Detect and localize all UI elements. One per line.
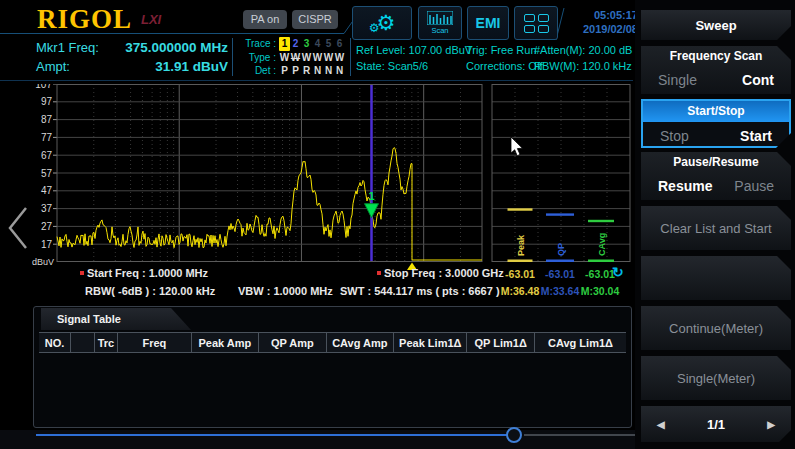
emi-analyzer-screen: RIGOL LXI PA on CISPR ⚙ ⚙ Scan EMI 05:05…	[0, 0, 795, 449]
qp-meter-baseline	[546, 260, 574, 263]
trace-2-indicator[interactable]: 2	[290, 37, 301, 51]
softkey-start-stop[interactable]: Start/Stop Stop Start	[641, 99, 791, 148]
softkey-sidebar: Sweep Frequency Scan Single Cont Start/S…	[635, 0, 795, 449]
page-next-icon[interactable]: ▶	[767, 419, 775, 430]
meter-border	[492, 85, 630, 262]
plot-border	[57, 85, 482, 262]
marker-1-triangle	[365, 204, 379, 218]
signal-table-header: NO. Trc Freq Peak Amp QP Amp CAvg Amp Pe…	[39, 332, 626, 353]
ref-level-status: Ref Level: 107.00 dBuV State: Scan5/6	[356, 42, 472, 74]
info-divider	[350, 38, 351, 76]
trace-4-det: N	[312, 64, 323, 78]
option-resume[interactable]: Resume	[658, 178, 712, 194]
red-dot-icon	[377, 271, 381, 275]
trace-info: Trace :123456 Type :WWWWWW Det :PPRNNN	[238, 37, 350, 78]
trace-4-indicator[interactable]: 4	[312, 37, 323, 51]
trace-3-indicator[interactable]: 3	[301, 37, 312, 51]
det-label: Det :	[238, 64, 276, 78]
marker-freq-label: Mkr1 Freq:	[36, 40, 99, 55]
corrections: Corrections: Off	[466, 58, 543, 74]
trace-5-indicator[interactable]: 5	[323, 37, 334, 51]
marker-readout: Mkr1 Freq: 375.000000 MHz Ampt: 31.91 dB…	[36, 38, 228, 76]
option-cont[interactable]: Cont	[742, 72, 774, 88]
time-value: 05:05:17	[560, 8, 638, 22]
y-axis-tick: 87	[41, 114, 53, 125]
scan-button-label: Scan	[431, 26, 448, 35]
col-qp-lim: QP Lim1Δ	[467, 333, 535, 352]
group-title: Pause/Resume	[641, 152, 791, 172]
atten-status: #Atten(M): 20.00 dB RBW(M): 120.0 kHz	[534, 42, 632, 74]
qp-meter-label: QP	[556, 243, 566, 256]
trace-5-det: N	[323, 64, 334, 78]
vbw-annotation: VBW : 1.0000 MHz	[238, 285, 333, 297]
scan-progress-done	[36, 434, 508, 436]
refresh-loop-icon[interactable]: ↻	[612, 264, 624, 280]
group-title: Start/Stop	[643, 101, 789, 122]
softkey-clear-list-and-start[interactable]: Clear List and Start	[641, 206, 791, 250]
clock: 05:05:17 2019/02/08	[560, 8, 638, 36]
trace-6-indicator[interactable]: 6	[334, 37, 345, 51]
trace-2-det: P	[290, 64, 301, 78]
trace-6-det: N	[334, 64, 345, 78]
softkey-continue-meter[interactable]: Continue(Meter)	[641, 306, 791, 350]
peak-meter-label: Peak	[516, 234, 526, 256]
trace-1-type: W	[279, 51, 290, 65]
cavg-meter-value: M:30.04	[577, 285, 623, 297]
scan-mode-button[interactable]: Scan	[418, 6, 462, 40]
softkey-frequency-scan[interactable]: Frequency Scan Single Cont	[641, 46, 791, 94]
trig-mode: Trig: Free Run	[466, 42, 543, 58]
ref-level: Ref Level: 107.00 dBuV	[356, 42, 472, 58]
col-peak-lim: Peak Lim1Δ	[394, 333, 467, 352]
rigol-logo: RIGOL	[37, 4, 132, 35]
y-axis-tick: 77	[41, 132, 53, 143]
col-blank	[71, 333, 94, 352]
y-axis-tick: 97	[41, 96, 53, 107]
four-squares-icon	[524, 14, 549, 33]
marker-ampt-value: 31.91 dBuV	[155, 59, 228, 74]
type-label: Type :	[238, 51, 276, 65]
trace-2-type: W	[290, 51, 301, 65]
trace-1-indicator[interactable]: 1	[279, 37, 290, 51]
atten-value: #Atten(M): 20.00 dB	[534, 42, 632, 58]
marker-freq-value: 375.000000 MHz	[125, 40, 228, 55]
signal-table-tab[interactable]: Signal Table	[41, 308, 191, 330]
info-divider	[232, 38, 233, 76]
softkey-single-meter[interactable]: Single(Meter)	[641, 356, 791, 400]
trace-4-type: W	[312, 51, 323, 65]
y-axis-tick: 47	[41, 185, 53, 196]
page-indicator: 1/1	[707, 417, 725, 432]
trace-label: Trace :	[238, 37, 276, 51]
spectrum-chart: 107978777675747372717dBuV1PeakQPCAvg	[0, 84, 635, 274]
softkey-pause-resume[interactable]: Pause/Resume Resume Pause	[641, 152, 791, 200]
option-stop[interactable]: Stop	[660, 128, 689, 144]
mouse-cursor	[511, 137, 522, 156]
trace-5-type: W	[323, 51, 334, 65]
y-axis-tick: 37	[41, 203, 53, 214]
softkey-blank[interactable]	[641, 256, 791, 300]
page-prev-icon[interactable]: ◀	[657, 419, 665, 430]
red-dot-icon	[80, 271, 84, 275]
softkey-pagination[interactable]: ◀ 1/1 ▶	[641, 406, 791, 442]
settings-button[interactable]: ⚙ ⚙	[352, 6, 412, 40]
layout-grid-button[interactable]	[514, 6, 558, 40]
pa-on-badge[interactable]: PA on	[243, 10, 287, 29]
scan-progress-knob[interactable]	[506, 427, 522, 443]
trace-3-det: R	[301, 64, 312, 78]
cispr-badge[interactable]: CISPR	[292, 10, 338, 29]
option-start[interactable]: Start	[740, 128, 772, 144]
rbw-meter: RBW(M): 120.0 kHz	[534, 58, 632, 74]
sidebar-title-sweep: Sweep	[641, 10, 791, 40]
peak-meter-baseline	[508, 260, 533, 263]
emi-mode-button[interactable]: EMI	[467, 6, 509, 40]
option-pause[interactable]: Pause	[734, 178, 774, 194]
collapse-panel-chevron[interactable]	[4, 204, 32, 252]
marker-ampt-label: Ampt:	[36, 59, 70, 74]
option-single[interactable]: Single	[658, 72, 697, 88]
y-axis-tick: 17	[41, 239, 53, 250]
trace-1-det: P	[279, 64, 290, 78]
qp-meter-bar	[546, 213, 574, 215]
col-qp-amp: QP Amp	[259, 333, 327, 352]
stop-freq-annotation: Stop Freq : 3.0000 GHz	[377, 267, 504, 279]
y-axis-unit: dBuV	[32, 257, 54, 267]
y-axis-tick: 27	[41, 221, 53, 232]
